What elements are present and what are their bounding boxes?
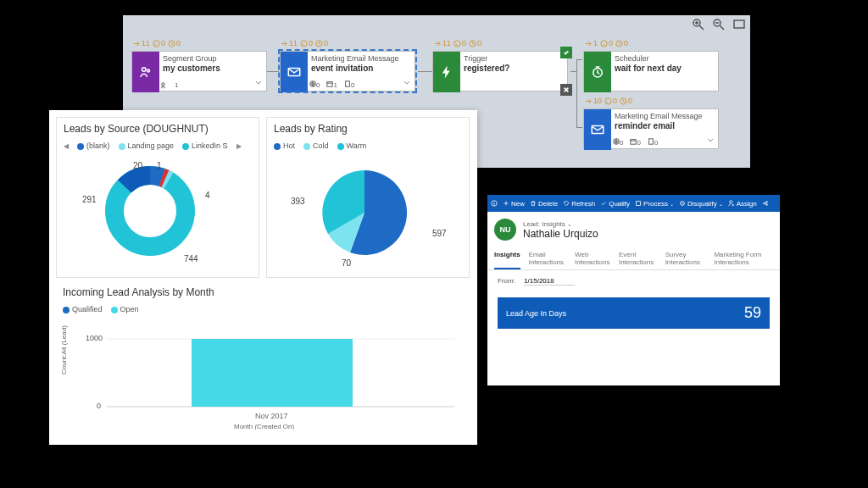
svg-text:1000: 1000 [86,334,103,342]
svg-point-11 [147,69,150,72]
chart-next-icon[interactable]: ▶ [236,142,242,150]
svg-text:4: 4 [205,191,210,200]
lead-age-metric: Lead Age In Days 59 [498,297,770,329]
command-bar: New Delete Refresh Qualify Process ⌄ Dis… [487,195,780,212]
svg-rect-7 [734,20,744,28]
disqualify-button[interactable]: Disqualify ⌄ [679,200,723,208]
segment-icon [132,52,159,92]
svg-rect-48 [637,202,641,206]
svg-rect-44 [192,339,353,407]
tab-insights[interactable]: Insights [494,247,520,269]
svg-point-24 [605,97,611,103]
metric-label: Lead Age In Days [506,309,566,318]
from-label: From: [498,277,515,285]
metric-value: 59 [744,304,761,322]
refresh-button[interactable]: Refresh [563,200,595,208]
chart-title: Leads by Source (DOUGHNUT) [57,118,259,140]
svg-text:Count:All (Lead): Count:All (Lead) [60,325,68,374]
svg-text:Nov 2017: Nov 2017 [255,412,288,420]
tabs: Insights Email Interactions Web Interact… [487,247,780,270]
trigger-icon [433,52,460,92]
svg-text:1: 1 [157,161,162,170]
zoom-in-icon[interactable] [693,19,704,30]
info-icon[interactable] [491,200,498,207]
svg-text:0: 0 [97,402,101,410]
svg-rect-28 [631,140,636,145]
from-date-input[interactable] [524,277,575,286]
clock-icon [584,52,611,92]
tab-survey[interactable]: Survey Interactions [665,247,706,269]
node-name: my customers [163,64,261,74]
svg-point-50 [729,201,732,203]
tab-web[interactable]: Web Interactions [575,247,610,269]
lead-insights-panel: New Delete Refresh Qualify Process ⌄ Dis… [487,195,780,385]
tab-event[interactable]: Event Interactions [619,247,657,269]
tab-email[interactable]: Email Interactions [529,247,566,269]
svg-point-12 [162,82,164,85]
share-icon[interactable] [762,200,769,207]
fit-icon[interactable] [733,19,745,30]
donut-chart-card: Leads by Source (DOUGHNUT) ◀ (blank) Lan… [56,117,259,278]
lead-name: Nathalie Urquizo [523,228,598,240]
bar-chart-card: Incoming Lead Analysis by Month Qualifie… [56,281,470,438]
svg-text:20: 20 [133,161,143,170]
node-segment-group[interactable]: Segment Group my customers 1 [131,51,267,92]
svg-point-13 [301,40,307,46]
donut-chart: 20 1 4 744 291 [57,152,260,270]
zoom-out-icon[interactable] [713,19,725,30]
qualify-button[interactable]: Qualify [600,200,630,208]
x-badge-icon [560,84,572,96]
svg-text:744: 744 [184,254,198,263]
new-button[interactable]: New [503,200,525,208]
svg-rect-17 [327,82,332,87]
pie-chart-card: Leads by Rating Hot Cold Warm 597 70 393 [266,117,470,278]
email-icon [281,52,308,92]
svg-line-1 [699,25,704,30]
bar-chart: Count:All (Lead) 1000 0 Nov 2017 Month (… [56,315,470,430]
tab-form[interactable]: Marketing Form Interactions [714,247,773,269]
chart-title: Incoming Lead Analysis by Month [56,281,470,303]
pie-chart: 597 70 393 [267,152,470,270]
svg-point-19 [454,40,460,46]
svg-rect-29 [649,139,654,144]
chevron-down-icon[interactable] [403,79,411,87]
svg-text:291: 291 [82,195,97,204]
node-scheduler[interactable]: Scheduler wait for next day [583,51,719,92]
node-email-reminder[interactable]: Marketing Email Message reminder email 0… [583,108,719,149]
chevron-down-icon[interactable] [254,79,263,87]
node-type-label: Segment Group [163,54,261,64]
email-icon [584,109,611,150]
node-email-invitation[interactable]: Marketing Email Message event invitation… [280,51,415,92]
svg-point-10 [142,68,147,72]
check-badge-icon [560,47,572,58]
avatar: NU [494,219,516,241]
svg-text:70: 70 [342,258,352,268]
charts-panel: Leads by Source (DOUGHNUT) ◀ (blank) Lan… [49,110,477,445]
svg-point-8 [153,40,159,46]
assign-button[interactable]: Assign [728,200,757,208]
chevron-down-icon[interactable] [706,136,715,145]
chart-title: Leads by Rating [267,118,469,140]
delete-button[interactable]: Delete [530,200,558,208]
chart-prev-icon[interactable]: ◀ [64,142,69,150]
svg-point-51 [763,202,765,204]
svg-line-5 [720,25,724,30]
svg-text:Month (Created On): Month (Created On) [234,423,294,430]
process-button[interactable]: Process ⌄ [635,200,674,208]
lead-type-label[interactable]: Lead: Insights ⌄ [523,220,598,228]
svg-rect-18 [346,81,350,86]
svg-point-21 [601,40,607,46]
node-trigger[interactable]: Trigger registered? [432,51,568,92]
svg-text:597: 597 [432,229,447,238]
svg-text:393: 393 [291,197,305,206]
